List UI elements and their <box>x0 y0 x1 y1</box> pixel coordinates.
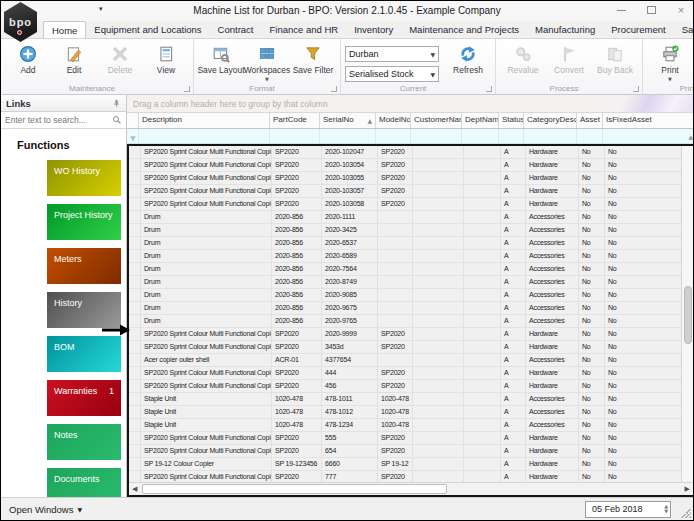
tab-manufacturing[interactable]: Manufacturing <box>527 21 603 38</box>
column-header-partcode[interactable]: PartCode <box>270 113 320 128</box>
function-button-warranties[interactable]: Warranties1 <box>47 380 121 416</box>
print-button[interactable]: Print▼ <box>647 41 693 82</box>
function-button-notes[interactable]: Notes <box>47 424 121 460</box>
date-spin-down-icon[interactable]: ▼ <box>664 509 668 514</box>
table-row[interactable]: SP2020 Sprint Colour Multi Functional Co… <box>129 380 693 393</box>
table-row[interactable]: Drum2020-8562020-7564AAccessoriesNoNo <box>129 263 693 276</box>
tab-finance-and-hr[interactable]: Finance and HR <box>261 21 346 38</box>
cell-asset: No <box>579 328 605 340</box>
pin-icon[interactable] <box>112 99 121 108</box>
tab-procurement[interactable]: Procurement <box>603 21 673 38</box>
column-header-deptname[interactable]: DeptName <box>462 113 499 128</box>
column-header-categorydesc[interactable]: CategoryDesc <box>524 113 577 128</box>
function-button-wo-history[interactable]: WO History <box>47 160 121 196</box>
edit-button[interactable]: Edit <box>51 41 97 75</box>
column-header-modelno[interactable]: ModelNo <box>376 113 411 128</box>
table-row[interactable]: SP2020 Sprint Colour Multi Functional Co… <box>129 172 693 185</box>
horizontal-scrollbar-thumb[interactable] <box>142 484 447 494</box>
resize-grip[interactable] <box>681 508 691 518</box>
links-panel-header[interactable]: Links <box>1 95 126 112</box>
refresh-button[interactable]: Refresh <box>445 41 491 75</box>
cell-isfixedasset: No <box>605 432 693 444</box>
table-row[interactable]: Drum2020-8562020-9765AAccessoriesNoNo <box>129 315 693 328</box>
branch-combo[interactable]: Durban▼ <box>345 46 439 62</box>
cell-partcode: SP2020 <box>272 198 322 210</box>
stock-type-combo[interactable]: Serialised Stock▼ <box>345 66 439 82</box>
function-button-history[interactable]: History <box>47 292 121 328</box>
table-row[interactable]: SP2020 Sprint Colour Multi Functional Co… <box>129 445 693 458</box>
tab-contract[interactable]: Contract <box>210 21 262 38</box>
function-button-meters[interactable]: Meters <box>47 248 121 284</box>
vscroll-up-icon[interactable]: ▲ <box>688 133 693 140</box>
table-row[interactable]: Drum2020-8562020-8749AAccessoriesNoNo <box>129 276 693 289</box>
cell-customername <box>413 159 464 171</box>
add-button[interactable]: Add <box>5 41 51 75</box>
cell-modelno: SP2020 <box>378 367 413 379</box>
workspaces-button[interactable]: Workspaces▼ <box>244 41 290 82</box>
date-picker[interactable]: 05 Feb 2018 ▲ ▼ <box>585 501 671 518</box>
tab-sales[interactable]: Sales <box>674 21 694 38</box>
table-row[interactable]: Drum2020-8562020-9675AAccessoriesNoNo <box>129 302 693 315</box>
horizontal-scrollbar[interactable]: ◀ ▶ <box>129 482 693 495</box>
table-row[interactable]: Drum2020-8562020-6589AAccessoriesNoNo <box>129 250 693 263</box>
column-header-description[interactable]: Description <box>139 113 270 128</box>
column-header-customername[interactable]: CustomerName <box>411 113 462 128</box>
function-button-project-history[interactable]: Project History <box>47 204 121 240</box>
filter-cell-isfixedasset[interactable] <box>603 129 694 143</box>
table-row[interactable]: Drum2020-8562020-6537AAccessoriesNoNo <box>129 237 693 250</box>
tab-maintenance-and-projects[interactable]: Maintenance and Projects <box>401 21 527 38</box>
column-header-status[interactable]: Status <box>499 113 524 128</box>
search-icon[interactable] <box>112 115 122 125</box>
search-input[interactable] <box>5 115 112 125</box>
table-row[interactable]: SP 19-12 Colour CopierSP 19-1234566660SP… <box>129 458 693 471</box>
maximize-button[interactable] <box>643 3 659 17</box>
filter-cell-description[interactable] <box>139 129 270 143</box>
tab-inventory[interactable]: Inventory <box>346 21 401 38</box>
save-filter-button[interactable]: Save Filter <box>290 41 336 75</box>
table-row[interactable]: SP2020 Sprint Colour Multi Functional Co… <box>129 471 693 482</box>
filter-cell-status[interactable] <box>499 129 524 143</box>
filter-cell-categorydesc[interactable] <box>524 129 577 143</box>
table-row[interactable]: Staple Unit1020-478478-10111020-478AAcce… <box>129 393 693 406</box>
table-row[interactable]: SP2020 Sprint Colour Multi Functional Co… <box>129 185 693 198</box>
table-row[interactable]: SP2020 Sprint Colour Multi Functional Co… <box>129 328 693 341</box>
close-button[interactable]: × <box>673 3 689 17</box>
filter-cell-partcode[interactable] <box>270 129 320 143</box>
filter-cell-deptname[interactable] <box>462 129 499 143</box>
column-header-isfixedasset[interactable]: IsFixedAsset <box>603 113 694 128</box>
dialog-launcher-icon[interactable] <box>633 86 639 92</box>
table-row[interactable]: SP2020 Sprint Colour Multi Functional Co… <box>129 159 693 172</box>
vertical-scrollbar[interactable] <box>681 146 693 482</box>
hscroll-right-icon[interactable]: ▶ <box>685 485 690 493</box>
filter-cell-customername[interactable] <box>411 129 462 143</box>
filter-cell-modelno[interactable] <box>376 129 411 143</box>
filter-cell-serialno[interactable] <box>320 129 376 143</box>
vertical-scrollbar-thumb[interactable] <box>684 286 692 344</box>
group-by-panel[interactable]: Drag a column header here to group by th… <box>127 95 694 113</box>
hscroll-left-icon[interactable]: ◀ <box>132 485 137 493</box>
save-layout-button[interactable]: Save Layout <box>198 41 244 75</box>
column-header-asset[interactable]: Asset <box>577 113 603 128</box>
dialog-launcher-icon[interactable] <box>184 86 190 92</box>
view-button[interactable]: View <box>143 41 189 75</box>
table-row[interactable]: Staple Unit1020-478478-12341020-478AAcce… <box>129 419 693 432</box>
table-row[interactable]: SP2020 Sprint Colour Multi Functional Co… <box>129 146 693 159</box>
table-row[interactable]: Staple Unit1020-478478-10121020-478AAcce… <box>129 406 693 419</box>
function-button-bom[interactable]: BOM <box>47 336 121 372</box>
tab-equipment-and-locations[interactable]: Equipment and Locations <box>86 21 209 38</box>
filter-cell-asset[interactable] <box>577 129 603 143</box>
dialog-launcher-icon[interactable] <box>331 86 337 92</box>
table-row[interactable]: Drum2020-8562020-3425AAccessoriesNoNo <box>129 224 693 237</box>
table-row[interactable]: SP2020 Sprint Colour Multi Functional Co… <box>129 367 693 380</box>
dialog-launcher-icon[interactable] <box>486 86 492 92</box>
minimize-button[interactable] <box>613 3 629 17</box>
tab-home[interactable]: Home <box>43 21 86 38</box>
table-row[interactable]: Drum2020-8562020-1111AAccessoriesNoNo <box>129 211 693 224</box>
table-row[interactable]: SP2020 Sprint Colour Multi Functional Co… <box>129 432 693 445</box>
column-header-serialno[interactable]: SerialNo▲ <box>320 113 376 128</box>
open-windows-button[interactable]: Open Windows ▼ <box>1 504 82 515</box>
table-row[interactable]: Drum2020-8562020-9085AAccessoriesNoNo <box>129 289 693 302</box>
table-row[interactable]: Acer copier outer shellACR-014377654AAcc… <box>129 354 693 367</box>
table-row[interactable]: SP2020 Sprint Colour Multi Functional Co… <box>129 341 693 354</box>
table-row[interactable]: SP2020 Sprint Colour Multi Functional Co… <box>129 198 693 211</box>
